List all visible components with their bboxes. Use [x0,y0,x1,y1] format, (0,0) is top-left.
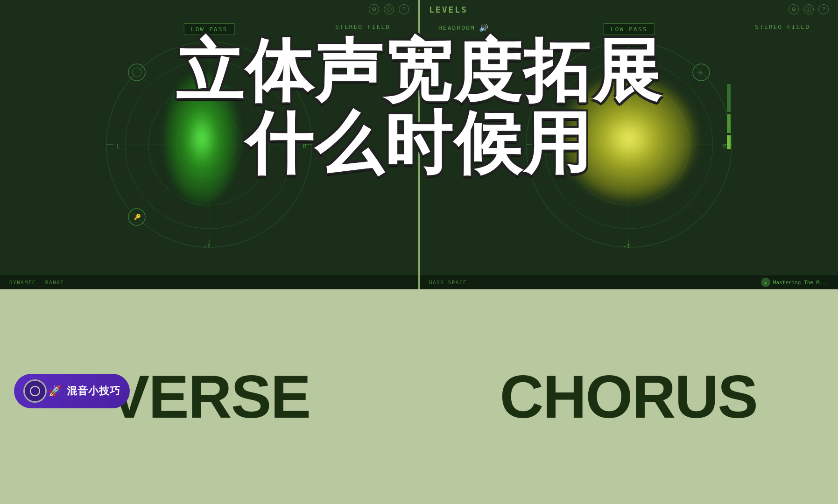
left-topbar: ⚙ ⓘ ? [0,0,418,19]
info-icon-left[interactable]: ⓘ [384,4,394,14]
right-bass-space-label: BASS SPACE [429,280,467,286]
logo-inner-ring [30,386,40,396]
left-stereo-field-label: STEREO FIELD [335,23,390,30]
settings-icon-right[interactable]: ⚙ [789,4,799,14]
chorus-label: CHORUS [500,366,757,427]
logo-text: 混音小技巧 [67,384,120,398]
svg-text:L: L [536,142,540,150]
svg-text:◎: ◎ [698,69,702,76]
levels-label: LEVELS [429,5,468,14]
left-low-pass-label: LOW PASS [184,23,235,35]
svg-text:🔑: 🔑 [134,213,141,220]
right-topbar-icons: ⚙ ⓘ ? [789,4,829,14]
left-glow [164,73,239,203]
help-icon-left[interactable]: ? [399,4,409,14]
left-range-label: RANGE [45,280,64,286]
bottom-left: VERSE 🚀 混音小技巧 [0,366,419,427]
panel-divider [418,0,420,289]
main-container: ⚙ ⓘ ? LOW PASS STEREO FIELD [0,0,838,504]
bottom-section: VERSE 🚀 混音小技巧 CHORUS [0,289,838,504]
mastering-badge: ▲ Mastering The M... [761,278,829,287]
svg-text:+1: +1 [204,43,210,50]
plugin-panels: ⚙ ⓘ ? LOW PASS STEREO FIELD [0,0,838,289]
bottom-right: CHORUS [419,366,838,427]
svg-text:◎: ◎ [279,69,282,76]
left-bottom-bar: DYNAMIC RANGE [0,275,418,289]
svg-text:R: R [722,142,726,150]
logo-circle-icon [23,379,47,403]
panel-left: ⚙ ⓘ ? LOW PASS STEREO FIELD [0,0,420,289]
svg-text:-1: -1 [204,243,210,250]
settings-icon-left[interactable]: ⚙ [369,4,379,14]
left-dynamic-label: DYNAMIC [9,280,36,286]
svg-rect-43 [727,114,731,133]
svg-rect-44 [727,135,731,149]
logo-rocket-icon: 🚀 [49,385,61,397]
right-stereo-field-label: STEREO FIELD [755,23,810,30]
right-topbar: LEVELS ⚙ ⓘ ? [420,0,838,19]
panel-right: LEVELS ⚙ ⓘ ? HEADROOM 🔊 LOW PASS STEREO … [420,0,838,289]
verse-label: VERSE [109,366,310,427]
svg-rect-42 [727,84,731,112]
right-headroom-label: HEADROOM 🔊 [438,23,489,32]
info-icon-right[interactable]: ⓘ [803,4,814,14]
svg-text:+1: +1 [623,43,630,50]
svg-text:R: R [303,142,307,150]
right-low-pass-label: LOW PASS [604,23,655,35]
mastering-icon: ▲ [761,278,770,287]
svg-text:L: L [117,142,120,150]
left-topbar-icons: ⚙ ⓘ ? [369,4,409,14]
logo-badge: 🚀 混音小技巧 [14,374,130,408]
svg-text:-1: -1 [623,243,630,250]
help-icon-right[interactable]: ? [818,4,829,14]
right-glow [563,78,694,199]
right-bottom-bar: BASS SPACE ▲ Mastering The M... [420,275,838,289]
